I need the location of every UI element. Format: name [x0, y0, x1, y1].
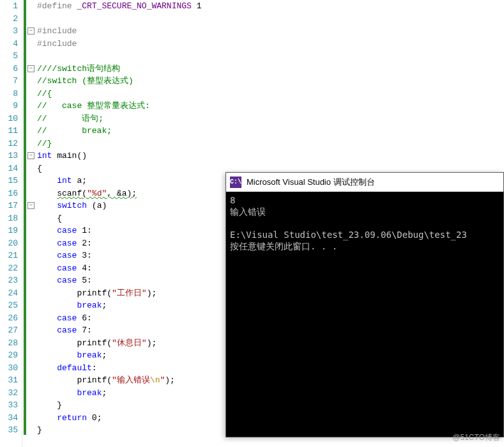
line-number: 11: [0, 125, 18, 137]
line-number: 16: [0, 187, 18, 200]
code-line[interactable]: int main(): [37, 150, 504, 162]
line-number: 5: [0, 50, 18, 63]
line-number: 10: [0, 113, 18, 125]
line-number: 21: [0, 249, 18, 262]
line-number: 12: [0, 137, 18, 150]
fold-toggle[interactable]: −: [27, 65, 34, 72]
line-number: 13: [0, 150, 18, 162]
line-number: 19: [0, 224, 18, 237]
line-number: 34: [0, 412, 18, 425]
line-number: 31: [0, 374, 18, 387]
console-line: E:\Visual Studio\test_23.09.06\Debug\tes…: [230, 230, 467, 240]
code-line[interactable]: //}: [37, 137, 504, 150]
code-line[interactable]: #include: [37, 25, 504, 38]
code-line[interactable]: [37, 13, 504, 26]
line-number: 23: [0, 274, 18, 287]
line-number: 22: [0, 262, 18, 275]
fold-toggle[interactable]: −: [27, 202, 34, 209]
console-titlebar[interactable]: C:\ Microsoft Visual Studio 调试控制台: [226, 173, 503, 192]
line-number: 35: [0, 424, 18, 437]
code-line[interactable]: #include: [37, 38, 504, 51]
line-number: 26: [0, 312, 18, 325]
line-number: 4: [0, 38, 18, 51]
code-line[interactable]: #define _CRT_SECURE_NO_WARNINGS 1: [37, 0, 504, 13]
line-number: 2: [0, 13, 18, 26]
console-line: 输入错误: [230, 207, 266, 217]
code-line[interactable]: // break;: [37, 125, 504, 137]
code-line[interactable]: [37, 50, 504, 63]
console-output[interactable]: 8 输入错误 E:\Visual Studio\test_23.09.06\De…: [226, 192, 503, 255]
console-title: Microsoft Visual Studio 调试控制台: [247, 176, 375, 188]
console-icon: C:\: [230, 176, 241, 188]
debug-console-window: C:\ Microsoft Visual Studio 调试控制台 8 输入错误…: [225, 172, 504, 437]
console-line: 按任意键关闭此窗口. . .: [230, 241, 337, 251]
line-number: 9: [0, 100, 18, 113]
line-number: 1: [0, 0, 18, 13]
code-line[interactable]: // 语句;: [37, 113, 504, 125]
fold-column: −−−−: [27, 0, 36, 447]
fold-toggle[interactable]: −: [27, 152, 34, 159]
code-line[interactable]: // case 整型常量表达式:: [37, 100, 504, 113]
watermark: @51CTO博客: [452, 432, 500, 443]
line-number: 29: [0, 349, 18, 362]
code-line[interactable]: //switch (整型表达式): [37, 75, 504, 88]
line-number: 17: [0, 200, 18, 212]
console-line: 8: [230, 195, 235, 205]
line-number: 30: [0, 362, 18, 375]
line-number: 14: [0, 162, 18, 175]
change-bar: [24, 0, 26, 435]
line-number: 18: [0, 212, 18, 225]
line-number: 20: [0, 237, 18, 250]
change-indicator-margin: [22, 0, 27, 447]
line-number: 24: [0, 287, 18, 300]
line-number: 6: [0, 63, 18, 75]
line-number: 25: [0, 299, 18, 312]
fold-toggle[interactable]: −: [27, 27, 34, 35]
line-number: 28: [0, 337, 18, 350]
line-number: 32: [0, 387, 18, 400]
code-line[interactable]: ////switch语句结构: [37, 63, 504, 75]
code-line[interactable]: //{: [37, 88, 504, 100]
line-number: 15: [0, 175, 18, 187]
line-number: 3: [0, 25, 18, 38]
line-number: 33: [0, 399, 18, 412]
line-number: 7: [0, 75, 18, 88]
line-number: 27: [0, 324, 18, 337]
line-number-gutter: 1234567891011121314151617181920212223242…: [0, 0, 22, 447]
line-number: 8: [0, 88, 18, 100]
